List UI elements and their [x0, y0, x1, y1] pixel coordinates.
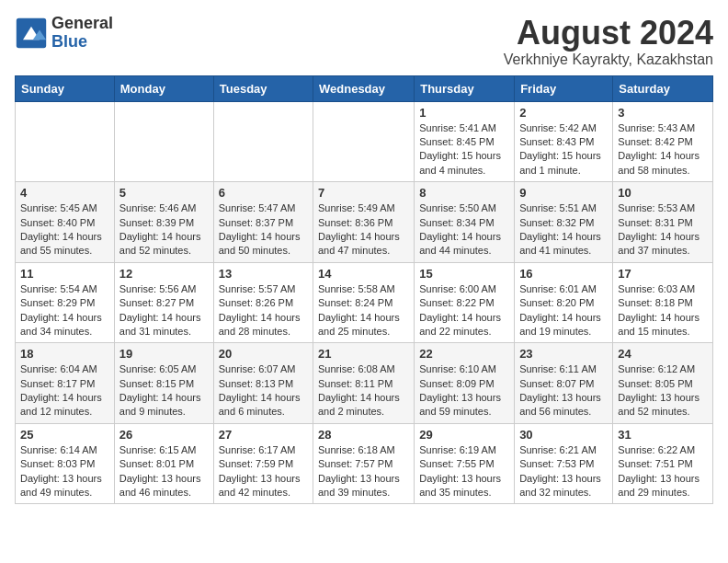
- logo: General Blue: [15, 15, 113, 52]
- calendar-cell: 15Sunrise: 6:00 AMSunset: 8:22 PMDayligh…: [415, 262, 515, 343]
- day-number: 5: [119, 186, 209, 200]
- day-number: 20: [219, 347, 308, 361]
- day-info: Sunrise: 6:08 AMSunset: 8:11 PMDaylight:…: [318, 362, 409, 419]
- day-number: 2: [519, 106, 608, 120]
- day-info: Sunrise: 5:49 AMSunset: 8:36 PMDaylight:…: [318, 201, 409, 259]
- calendar-cell: 22Sunrise: 6:10 AMSunset: 8:09 PMDayligh…: [415, 343, 515, 424]
- logo-text: General Blue: [51, 15, 113, 52]
- calendar-cell: 23Sunrise: 6:11 AMSunset: 8:07 PMDayligh…: [515, 343, 613, 424]
- calendar-cell: 1Sunrise: 5:41 AMSunset: 8:45 PMDaylight…: [415, 101, 515, 182]
- day-number: 18: [20, 347, 109, 361]
- calendar-cell: [16, 101, 115, 182]
- day-info: Sunrise: 6:12 AMSunset: 8:05 PMDaylight:…: [618, 362, 708, 419]
- calendar-cell: 7Sunrise: 5:49 AMSunset: 8:36 PMDaylight…: [313, 182, 415, 263]
- day-number: 8: [419, 186, 509, 200]
- calendar-cell: 20Sunrise: 6:07 AMSunset: 8:13 PMDayligh…: [213, 343, 313, 424]
- day-number: 26: [119, 428, 209, 442]
- day-number: 13: [219, 267, 308, 281]
- main-title: August 2024: [504, 15, 713, 52]
- weekday-header-saturday: Saturday: [613, 75, 713, 101]
- day-number: 10: [618, 186, 708, 200]
- day-info: Sunrise: 6:05 AMSunset: 8:15 PMDaylight:…: [119, 362, 209, 419]
- day-number: 21: [318, 347, 409, 361]
- day-info: Sunrise: 6:18 AMSunset: 7:57 PMDaylight:…: [318, 443, 409, 500]
- day-number: 1: [419, 106, 509, 120]
- weekday-header-tuesday: Tuesday: [213, 75, 313, 101]
- calendar-cell: 6Sunrise: 5:47 AMSunset: 8:37 PMDaylight…: [213, 182, 313, 263]
- day-info: Sunrise: 5:50 AMSunset: 8:34 PMDaylight:…: [419, 201, 509, 259]
- day-info: Sunrise: 5:45 AMSunset: 8:40 PMDaylight:…: [20, 201, 109, 259]
- day-number: 19: [119, 347, 209, 361]
- weekday-header-monday: Monday: [114, 75, 213, 101]
- day-info: Sunrise: 6:07 AMSunset: 8:13 PMDaylight:…: [219, 362, 308, 419]
- day-number: 12: [119, 267, 209, 281]
- day-number: 22: [419, 347, 509, 361]
- calendar-cell: 17Sunrise: 6:03 AMSunset: 8:18 PMDayligh…: [613, 262, 713, 343]
- day-number: 16: [519, 267, 608, 281]
- calendar-cell: 12Sunrise: 5:56 AMSunset: 8:27 PMDayligh…: [114, 262, 213, 343]
- day-info: Sunrise: 6:19 AMSunset: 7:55 PMDaylight:…: [419, 443, 509, 500]
- day-info: Sunrise: 5:42 AMSunset: 8:43 PMDaylight:…: [519, 121, 608, 178]
- calendar-cell: 3Sunrise: 5:43 AMSunset: 8:42 PMDaylight…: [613, 101, 713, 182]
- calendar-cell: 25Sunrise: 6:14 AMSunset: 8:03 PMDayligh…: [16, 423, 115, 504]
- day-info: Sunrise: 5:58 AMSunset: 8:24 PMDaylight:…: [318, 282, 409, 339]
- week-row-3: 11Sunrise: 5:54 AMSunset: 8:29 PMDayligh…: [16, 262, 713, 343]
- calendar-cell: 16Sunrise: 6:01 AMSunset: 8:20 PMDayligh…: [515, 262, 613, 343]
- weekday-header-row: SundayMondayTuesdayWednesdayThursdayFrid…: [16, 75, 713, 101]
- day-number: 6: [219, 186, 308, 200]
- calendar-cell: 2Sunrise: 5:42 AMSunset: 8:43 PMDaylight…: [515, 101, 613, 182]
- calendar-cell: 27Sunrise: 6:17 AMSunset: 7:59 PMDayligh…: [213, 423, 313, 504]
- calendar-table: SundayMondayTuesdayWednesdayThursdayFrid…: [15, 75, 713, 505]
- calendar-cell: [313, 101, 415, 182]
- week-row-1: 1Sunrise: 5:41 AMSunset: 8:45 PMDaylight…: [16, 101, 713, 182]
- weekday-header-sunday: Sunday: [16, 75, 115, 101]
- day-number: 15: [419, 267, 509, 281]
- day-number: 31: [618, 428, 708, 442]
- calendar-cell: 8Sunrise: 5:50 AMSunset: 8:34 PMDaylight…: [415, 182, 515, 263]
- calendar-cell: 18Sunrise: 6:04 AMSunset: 8:17 PMDayligh…: [16, 343, 115, 424]
- calendar-cell: 13Sunrise: 5:57 AMSunset: 8:26 PMDayligh…: [213, 262, 313, 343]
- day-number: 17: [618, 267, 708, 281]
- calendar-cell: [114, 101, 213, 182]
- day-number: 4: [20, 186, 109, 200]
- week-row-4: 18Sunrise: 6:04 AMSunset: 8:17 PMDayligh…: [16, 343, 713, 424]
- day-number: 30: [519, 428, 608, 442]
- day-info: Sunrise: 6:21 AMSunset: 7:53 PMDaylight:…: [519, 443, 608, 500]
- day-info: Sunrise: 5:57 AMSunset: 8:26 PMDaylight:…: [219, 282, 308, 339]
- day-number: 7: [318, 186, 409, 200]
- calendar-cell: 31Sunrise: 6:22 AMSunset: 7:51 PMDayligh…: [613, 423, 713, 504]
- day-number: 25: [20, 428, 109, 442]
- day-info: Sunrise: 6:00 AMSunset: 8:22 PMDaylight:…: [419, 282, 509, 339]
- day-info: Sunrise: 6:01 AMSunset: 8:20 PMDaylight:…: [519, 282, 608, 339]
- week-row-5: 25Sunrise: 6:14 AMSunset: 8:03 PMDayligh…: [16, 423, 713, 504]
- day-info: Sunrise: 6:11 AMSunset: 8:07 PMDaylight:…: [519, 362, 608, 419]
- calendar-cell: 21Sunrise: 6:08 AMSunset: 8:11 PMDayligh…: [313, 343, 415, 424]
- logo-blue-text: Blue: [51, 33, 113, 52]
- day-info: Sunrise: 5:47 AMSunset: 8:37 PMDaylight:…: [219, 201, 308, 259]
- day-info: Sunrise: 6:22 AMSunset: 7:51 PMDaylight:…: [618, 443, 708, 500]
- logo-general-text: General: [51, 15, 113, 33]
- calendar-cell: 26Sunrise: 6:15 AMSunset: 8:01 PMDayligh…: [114, 423, 213, 504]
- calendar-cell: 28Sunrise: 6:18 AMSunset: 7:57 PMDayligh…: [313, 423, 415, 504]
- calendar-cell: 29Sunrise: 6:19 AMSunset: 7:55 PMDayligh…: [415, 423, 515, 504]
- calendar-cell: [213, 101, 313, 182]
- weekday-header-friday: Friday: [515, 75, 613, 101]
- day-info: Sunrise: 6:15 AMSunset: 8:01 PMDaylight:…: [119, 443, 209, 500]
- calendar-cell: 30Sunrise: 6:21 AMSunset: 7:53 PMDayligh…: [515, 423, 613, 504]
- week-row-2: 4Sunrise: 5:45 AMSunset: 8:40 PMDaylight…: [16, 182, 713, 263]
- day-number: 11: [20, 267, 109, 281]
- day-info: Sunrise: 5:56 AMSunset: 8:27 PMDaylight:…: [119, 282, 209, 339]
- day-info: Sunrise: 6:04 AMSunset: 8:17 PMDaylight:…: [20, 362, 109, 419]
- day-number: 27: [219, 428, 308, 442]
- day-info: Sunrise: 5:41 AMSunset: 8:45 PMDaylight:…: [419, 121, 509, 178]
- day-info: Sunrise: 5:46 AMSunset: 8:39 PMDaylight:…: [119, 201, 209, 259]
- weekday-header-thursday: Thursday: [415, 75, 515, 101]
- calendar-cell: 24Sunrise: 6:12 AMSunset: 8:05 PMDayligh…: [613, 343, 713, 424]
- subtitle: Verkhniye Kayrakty, Kazakhstan: [504, 52, 713, 68]
- calendar-cell: 10Sunrise: 5:53 AMSunset: 8:31 PMDayligh…: [613, 182, 713, 263]
- day-info: Sunrise: 6:10 AMSunset: 8:09 PMDaylight:…: [419, 362, 509, 419]
- day-number: 23: [519, 347, 608, 361]
- day-number: 29: [419, 428, 509, 442]
- day-info: Sunrise: 5:53 AMSunset: 8:31 PMDaylight:…: [618, 201, 708, 259]
- day-info: Sunrise: 6:03 AMSunset: 8:18 PMDaylight:…: [618, 282, 708, 339]
